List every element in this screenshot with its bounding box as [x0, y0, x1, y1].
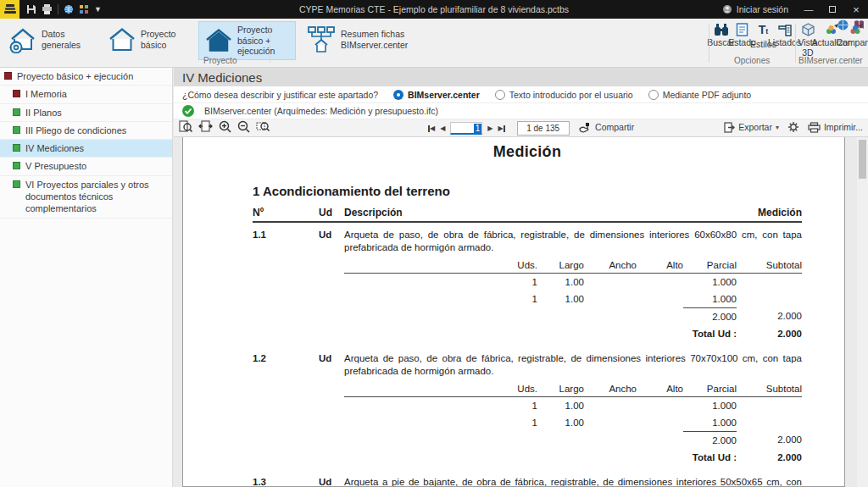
subcol-uds: Uds. [488, 258, 537, 273]
quick-access-dropdown-icon[interactable]: ▼ [94, 5, 102, 14]
radio-bimserver[interactable]: BIMserver.center [393, 90, 480, 100]
radio-pdf-adjunto[interactable]: Mediante PDF adjunto [648, 90, 751, 100]
ribbon-button-datos-generales[interactable]: Datos generales [3, 21, 91, 58]
item-description: Arqueta de paso, de obra de fábrica, reg… [344, 229, 802, 254]
tree-item-pliego[interactable]: III Pliego de condiciones [0, 122, 172, 140]
ribbon-button-proyecto-basico[interactable]: Proyecto básico [103, 21, 190, 58]
main-panel: IV Mediciones ¿Cómo desea describir y ju… [174, 68, 868, 487]
question-label: ¿Cómo desea describir y justificar este … [182, 90, 378, 100]
item-unit: Ud [319, 229, 344, 254]
tree-item-presupuesto[interactable]: V Presupuesto [0, 158, 172, 175]
sign-in-button[interactable]: Iniciar sesión [714, 0, 797, 19]
modules-icon[interactable] [79, 4, 89, 14]
ribbon-group-proyecto: Datos generales Proyecto básico Proyecto… [3, 21, 271, 65]
tree-item-label: II Planos [25, 107, 62, 119]
title-bar: ▼ CYPE Memorias CTE - Ejemplo de plurifa… [0, 0, 868, 19]
detail-sum-row: 2.000 2.000 [344, 431, 802, 449]
radio-icon[interactable] [648, 90, 659, 100]
sum-subtotal: 2.000 [737, 307, 802, 325]
next-page-button[interactable]: ▶ [487, 125, 492, 132]
ribbon-button-label: Resumen fichas BIMserver.center [341, 29, 410, 50]
pdf-viewer: Medición 1 Acondicionamiento del terreno… [174, 137, 868, 487]
document-content: Medición 1 Acondicionamiento del terreno… [183, 137, 844, 487]
bim-status-row[interactable]: BIMserver.center (Arquímedes: Medición y… [174, 103, 868, 119]
toolbar-separator [58, 4, 58, 14]
print-button[interactable]: Imprimir... [808, 122, 863, 133]
subcol-largo: Largo [537, 258, 584, 273]
ribbon-separator [709, 24, 709, 63]
zoom-page-icon[interactable] [179, 120, 192, 133]
subcol-parcial: Parcial [683, 258, 737, 273]
status-document-icon [736, 23, 748, 36]
subcol-uds: Uds. [488, 382, 537, 396]
total-value: 2.000 [737, 449, 802, 466]
ribbon-button-listados[interactable]: Listados [774, 21, 795, 49]
ribbon-button-compartir[interactable]: Compartir [843, 21, 868, 49]
export-button[interactable]: Exportar ▾ [724, 122, 779, 133]
radio-icon[interactable] [495, 90, 505, 100]
tree-item-proyectos-parciales[interactable]: VI Proyectos parciales y otros documento… [0, 176, 172, 219]
tree-item-label: III Pliego de condiciones [25, 125, 126, 136]
sum-subtotal: 2.000 [737, 431, 802, 449]
account-globe-icon [722, 4, 732, 14]
detail-line: 11.001.000 [344, 414, 802, 431]
close-button[interactable]: × [844, 0, 868, 19]
detail-line: 11.001.000 [344, 291, 802, 307]
tree-item-root[interactable]: Proyecto básico + ejecución [0, 68, 172, 86]
printer-icon [808, 122, 821, 133]
tree-item-label: I Memoria [25, 88, 67, 100]
measurement-table-header: Nº Ud Descripción Medición [253, 207, 802, 223]
detail-subheader: Uds. Largo Ancho Alto Parcial Subtotal [344, 382, 802, 397]
share-bim-icon [849, 23, 864, 36]
section-header: IV Mediciones [174, 68, 868, 86]
web-globe-icon[interactable] [64, 4, 74, 14]
ribbon-button-resumen-fichas[interactable]: Resumen fichas BIMserver.center [301, 21, 415, 58]
maximize-button[interactable] [821, 0, 844, 19]
ribbon-group-opciones: Buscar Estado Tt Estilos Listados [710, 21, 795, 65]
zoom-window-icon[interactable] [256, 120, 270, 133]
col-header-desc: Descripción [344, 207, 726, 219]
tree-item-planos[interactable]: II Planos [0, 104, 172, 122]
zoom-out-icon[interactable] [237, 120, 250, 133]
radio-texto-usuario[interactable]: Texto introducido por el usuario [495, 90, 633, 100]
detail-line: 11.001.000 [344, 274, 802, 291]
detail-sum-row: 2.000 2.000 [344, 307, 802, 325]
previous-page-button[interactable]: ◀ [440, 125, 445, 132]
status-square-icon [13, 144, 20, 152]
ribbon-separator [270, 24, 270, 63]
share-button[interactable]: Compartir [579, 122, 634, 133]
sign-in-label: Iniciar sesión [737, 4, 788, 14]
vertical-scrollbar[interactable] [857, 137, 868, 487]
minimize-button[interactable]: — [797, 0, 821, 19]
col-header-ud: Ud [319, 207, 344, 219]
total-row: Total Ud : 2.000 [344, 325, 802, 342]
app-logo-icon[interactable] [0, 0, 19, 19]
share-hand-icon [579, 122, 592, 133]
tree-item-mediciones[interactable]: IV Mediciones [0, 140, 172, 158]
col-header-med: Medición [726, 207, 802, 219]
scrollbar-thumb[interactable] [859, 140, 866, 179]
house-outline-icon [108, 26, 136, 53]
last-page-button[interactable]: ▶ [498, 125, 504, 132]
house-filled-icon [204, 27, 233, 54]
first-page-button[interactable]: ◀ [428, 125, 435, 132]
ribbon-button-label: Compartir [836, 37, 868, 47]
ribbon-group-label: BIMserver.center [798, 56, 863, 65]
page-number-input[interactable]: 1 [450, 122, 482, 135]
save-icon[interactable] [26, 4, 36, 14]
ribbon-button-proyecto-basico-ejecucion[interactable]: Proyecto básico + ejecución [198, 21, 296, 60]
tree-item-memoria[interactable]: I Memoria [0, 86, 172, 103]
text-styles-icon: Tt [759, 23, 769, 38]
tree-item-label: IV Mediciones [25, 142, 84, 154]
item-unit: Ud [319, 476, 344, 487]
house-gear-icon [8, 26, 37, 53]
status-square-icon [13, 162, 20, 169]
fit-width-icon[interactable] [198, 120, 213, 133]
radio-selected-icon[interactable] [393, 90, 403, 100]
radio-label: Mediante PDF adjunto [663, 90, 751, 100]
print-icon[interactable] [42, 4, 53, 14]
zoom-in-icon[interactable] [219, 120, 231, 133]
total-label: Total Ud : [683, 325, 737, 342]
settings-gear-icon[interactable] [787, 121, 799, 133]
pdf-toolbar: ◀ ◀ 1 ▶ ▶ 1 de 135 Compartir [174, 119, 868, 137]
